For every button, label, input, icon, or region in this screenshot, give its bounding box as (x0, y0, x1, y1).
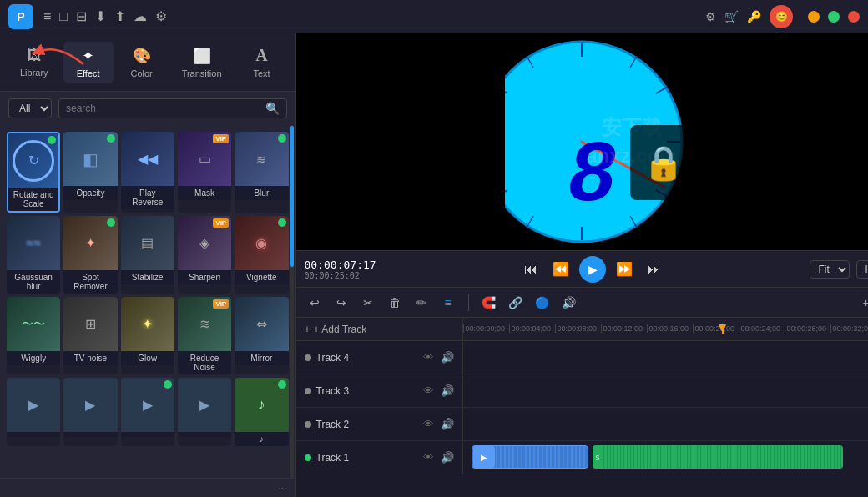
effect-label-17 (121, 432, 174, 437)
track-4-dot (305, 354, 311, 361)
export-icon[interactable]: ⬆ (114, 8, 125, 24)
effect-label-7: Stabilize (121, 270, 174, 284)
track-1-name: Track 1 (316, 452, 350, 464)
effect-stabilize[interactable]: ▤ Stabilize (121, 216, 174, 294)
track-3-name: Track 3 (316, 385, 350, 397)
zoom-in-btn[interactable]: + (856, 293, 868, 313)
effect-spot-thumb: ✦ (63, 216, 117, 270)
track-3-eye[interactable]: 👁 (423, 384, 434, 397)
fit-select[interactable]: Fit (810, 260, 850, 279)
color-icon: 🎨 (133, 47, 151, 65)
step-back-btn[interactable]: ⏪ (549, 258, 573, 281)
track-2-content (463, 408, 868, 440)
cloud-icon[interactable]: ☁ (134, 8, 147, 24)
effect-label-3: Mask (178, 186, 231, 200)
track-2-eye[interactable]: 👁 (423, 418, 434, 430)
cart-icon[interactable]: 🛒 (724, 10, 739, 23)
ruler-mark-3: 00:00:12;00 (601, 324, 647, 333)
settings-icon2[interactable]: ⚙ (155, 8, 167, 24)
search-box: 🔍 (58, 98, 287, 118)
effect-extra4[interactable]: ▶ (178, 378, 231, 446)
effect-rotate-scale[interactable]: ↻ Rotate and Scale (7, 132, 60, 213)
effect-mask[interactable]: ▭ VIP Mask (178, 132, 231, 213)
cut-btn[interactable]: ✂ (358, 293, 378, 313)
tab-library[interactable]: 🖼 Library (8, 42, 60, 83)
effect-play-reverse[interactable]: ◀◀ Play Reverse (121, 132, 174, 213)
play-btn[interactable]: ▶ (579, 256, 606, 283)
effect-blur[interactable]: ≋ Blur (235, 132, 288, 213)
effect-reduce-noise[interactable]: ≋ VIP Reduce Noise (178, 297, 231, 374)
effect-vignette[interactable]: ◉ Vignette (235, 216, 288, 294)
effects-more-btn[interactable]: ··· (279, 482, 287, 494)
delete-btn[interactable]: 🗑 (385, 293, 405, 313)
track-4-audio[interactable]: 🔊 (441, 351, 454, 364)
track-1-audio[interactable]: 🔊 (441, 451, 454, 464)
track-2-audio[interactable]: 🔊 (441, 418, 454, 430)
tab-text[interactable]: A Text (237, 41, 287, 83)
effect-spot-remover[interactable]: ✦ Spot Remover (63, 216, 117, 294)
add-track-btn[interactable]: + + Add Track (305, 324, 367, 335)
track-1-clip-blue[interactable]: ▶ (472, 445, 588, 469)
vip-badge-3: VIP (213, 134, 229, 143)
import-icon[interactable]: ⬇ (95, 8, 106, 24)
redo-btn[interactable]: ↪ (331, 293, 351, 313)
quality-select[interactable]: HD (856, 260, 868, 279)
edit-btn[interactable]: ✏ (411, 293, 431, 313)
step-forward-btn[interactable]: ⏩ (613, 258, 636, 281)
effect-label-14: Mirror (235, 351, 288, 365)
magnet-btn[interactable]: 🧲 (479, 293, 499, 313)
undo-btn[interactable]: ↩ (305, 293, 325, 313)
effect-extra2[interactable]: ▶ (63, 378, 117, 446)
track-3-audio[interactable]: 🔊 (441, 384, 454, 397)
profile-btn[interactable]: 😊 (770, 5, 793, 28)
effect-extra4-thumb: ▶ (178, 378, 231, 432)
tab-color[interactable]: 🎨 Color (117, 42, 167, 83)
track-1-eye[interactable]: 👁 (423, 451, 434, 464)
effect-extra1[interactable]: ▶ (7, 378, 60, 446)
search-input[interactable] (66, 103, 260, 114)
effect-glow[interactable]: ✦ Glow (121, 297, 174, 374)
effect-label-10: Wiggly (7, 351, 60, 365)
skip-start-btn[interactable]: ⏮ (519, 258, 542, 281)
minimize-btn[interactable] (808, 11, 820, 23)
lock-btn[interactable]: 🔗 (506, 293, 526, 313)
effect-gaussian-blur[interactable]: ≈≈ Gaussuan blur (7, 216, 60, 294)
ruler-mark-4: 00:00:16;00 (647, 324, 693, 333)
controls-bar: 00:00:07:17 00:00:25:02 ⏮ ⏪ ▶ ⏩ ⏭ Fit HD… (296, 250, 868, 288)
effect-opacity[interactable]: ◧ Opacity (63, 132, 117, 213)
new-icon[interactable]: □ (59, 9, 68, 24)
green-badge-4 (278, 134, 286, 143)
close-btn[interactable] (848, 11, 860, 23)
skip-end-btn[interactable]: ⏭ (643, 258, 666, 281)
effect-wiggly-thumb: 〜〜 (7, 297, 60, 351)
effect-label-0: Rotate and Scale (8, 188, 58, 211)
marker-btn[interactable]: 🔵 (532, 293, 553, 313)
effect-extra3[interactable]: ▶ (121, 378, 174, 446)
track-row-3: Track 3 👁 🔊 (296, 374, 868, 408)
key-icon[interactable]: 🔑 (747, 10, 761, 23)
track-3-content (463, 374, 868, 407)
track-4-eye[interactable]: 👁 (423, 351, 434, 364)
audio-btn[interactable]: 🔊 (559, 293, 579, 313)
track-1-clip-green[interactable]: s (593, 445, 843, 469)
effect-wiggly[interactable]: 〜〜 Wiggly (7, 297, 60, 374)
save-icon[interactable]: ⊟ (76, 8, 87, 24)
tab-effect[interactable]: ✦ Effect (63, 42, 114, 83)
effect-reduce-thumb: ≋ VIP (178, 297, 231, 351)
maximize-btn[interactable] (828, 11, 840, 23)
effect-mirror[interactable]: ⇔ Mirror (235, 297, 288, 374)
effects-scrollbar-thumb[interactable] (290, 126, 294, 267)
effect-tv-noise[interactable]: ⊞ TV noise (63, 297, 117, 374)
settings-icon[interactable]: ⚙ (705, 10, 716, 23)
effect-label-12: Glow (121, 351, 174, 365)
menu-icon[interactable]: ≡ (43, 9, 51, 24)
tab-transition[interactable]: ⬜ Transition (170, 42, 234, 83)
split-btn[interactable]: ≡ (438, 293, 458, 313)
vip-badge-8: VIP (213, 218, 229, 228)
filter-select[interactable]: All (8, 98, 52, 118)
effect-label-1: Opacity (63, 186, 117, 200)
effect-label-18 (178, 432, 231, 437)
window-controls: ⚙ 🛒 🔑 😊 (705, 5, 860, 28)
effect-sharpen[interactable]: ◈ VIP Sharpen (178, 216, 231, 294)
effect-music[interactable]: ♪ ♪ (235, 378, 288, 446)
